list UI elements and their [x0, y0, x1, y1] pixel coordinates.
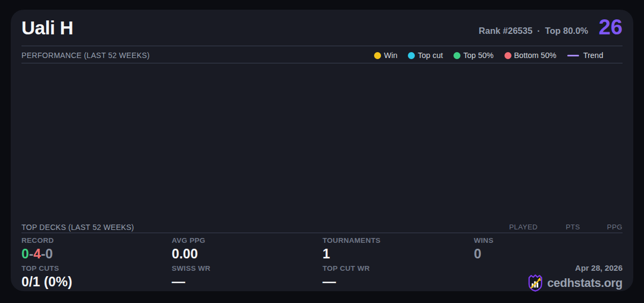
footer-branding: Apr 28, 2026 cedhstats.org [527, 263, 623, 292]
bottom50-dot-icon [504, 52, 511, 59]
stat-tournaments: TOURNAMENTS 1 [323, 236, 380, 262]
stat-top-cut-wr-value: — [323, 274, 370, 290]
performance-chart [21, 63, 623, 222]
column-header-ppg: PPG [580, 223, 623, 231]
legend-item-bottom50: Bottom 50% [504, 51, 557, 60]
top-decks-header-row: TOP DECKS (LAST 52 WEEKS) PLAYED PTS PPG [21, 221, 623, 233]
stat-swiss-wr: SWISS WR — [172, 264, 210, 290]
rank-label: Rank #26535 [479, 26, 532, 36]
rank-line: Rank #26535 · Top 80.0% [479, 26, 588, 36]
stat-wins: WINS 0 [474, 236, 493, 262]
card-date: Apr 28, 2026 [575, 263, 623, 272]
legend-label-trend: Trend [583, 51, 603, 60]
stat-top-cut-wr: TOP CUT WR — [323, 264, 370, 290]
stat-avg-ppg-label: AVG PPG [172, 236, 206, 244]
top-decks-divider [21, 233, 623, 233]
stat-wins-label: WINS [474, 236, 493, 244]
stat-record-value: 0-4-0 [21, 246, 54, 262]
record-separator: - [29, 246, 33, 261]
stat-top-cuts: TOP CUTS 0/1 (0%) [21, 264, 72, 290]
top50-dot-icon [453, 52, 460, 59]
stat-record-label: RECORD [21, 236, 54, 244]
shield-bar-chart-arrow-icon [527, 274, 544, 292]
top-percent-label: Top 80.0% [545, 26, 588, 36]
stat-wins-value: 0 [474, 246, 493, 262]
top-decks-column-headers: PLAYED PTS PPG [495, 223, 623, 231]
player-score: 26 [599, 15, 623, 39]
stat-top-cut-wr-label: TOP CUT WR [323, 264, 370, 272]
player-name: Uali H [21, 17, 73, 39]
legend-item-win: Win [374, 51, 397, 60]
trend-line-icon [567, 55, 579, 56]
legend-item-trend: Trend [567, 51, 603, 60]
player-stats-card: Uali H Rank #26535 · Top 80.0% 26 PERFOR… [11, 10, 633, 291]
cedhstats-brand[interactable]: cedhstats.org [527, 274, 623, 292]
legend-item-top-cut: Top cut [408, 51, 443, 60]
stat-swiss-wr-value: — [172, 274, 210, 290]
legend-label-win: Win [384, 51, 397, 60]
stat-avg-ppg: AVG PPG 0.00 [172, 236, 206, 262]
win-dot-icon [374, 52, 381, 59]
legend-item-top50: Top 50% [453, 51, 493, 60]
stat-tournaments-label: TOURNAMENTS [323, 236, 380, 244]
column-header-played: PLAYED [495, 223, 538, 231]
record-losses: 4 [33, 246, 41, 261]
stat-top-cuts-label: TOP CUTS [21, 264, 72, 272]
record-draws: 0 [45, 246, 53, 261]
stat-swiss-wr-label: SWISS WR [172, 264, 210, 272]
legend-label-top50: Top 50% [463, 51, 493, 60]
top-decks-section-title: TOP DECKS (LAST 52 WEEKS) [21, 223, 134, 232]
top-cut-dot-icon [408, 52, 415, 59]
stat-tournaments-value: 1 [323, 246, 380, 262]
legend-label-bottom50: Bottom 50% [514, 51, 557, 60]
stat-record: RECORD 0-4-0 [21, 236, 54, 262]
chart-legend: Win Top cut Top 50% Bottom 50% Trend [374, 51, 603, 60]
rank-separator-dot: · [537, 26, 540, 36]
title-divider [21, 46, 623, 46]
stat-avg-ppg-value: 0.00 [172, 246, 206, 262]
stat-top-cuts-value: 0/1 (0%) [21, 274, 72, 290]
record-wins: 0 [21, 246, 29, 261]
performance-section-title: PERFORMANCE (LAST 52 WEEKS) [21, 51, 150, 60]
site-name: cedhstats.org [547, 276, 623, 290]
legend-label-top-cut: Top cut [418, 51, 443, 60]
performance-header-row: PERFORMANCE (LAST 52 WEEKS) Win Top cut … [21, 49, 623, 62]
column-header-pts: PTS [538, 223, 580, 231]
